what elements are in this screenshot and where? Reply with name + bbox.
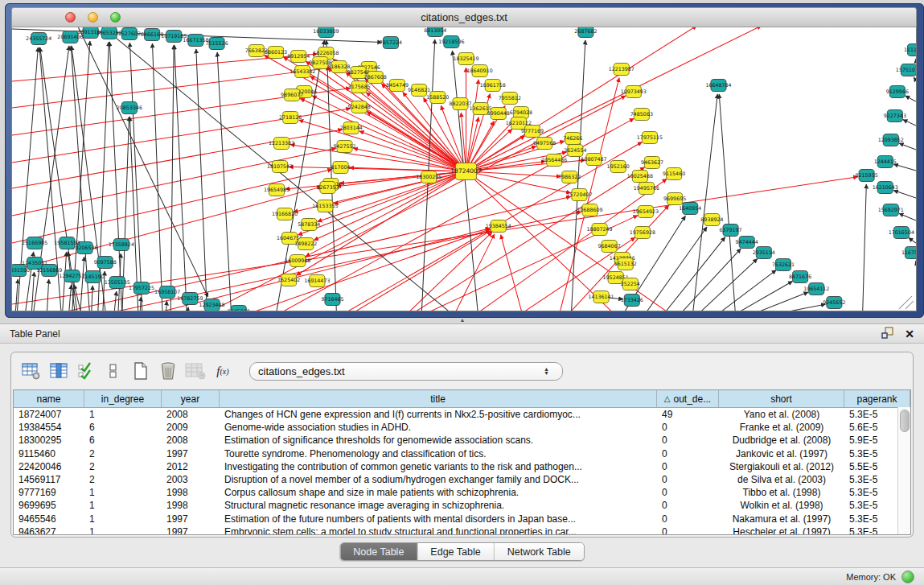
column-header-in-degree[interactable]: in_degree (84, 390, 162, 407)
table-row[interactable]: 977716911998Corpus callosum shape and si… (14, 486, 910, 499)
cell-title[interactable]: Corpus callosum shape and size in male p… (220, 486, 657, 499)
cell-short[interactable]: Hescheler et al. (1997) (719, 525, 844, 535)
table-vertical-scrollbar[interactable] (897, 407, 910, 534)
cell-year[interactable]: 1997 (162, 447, 220, 460)
cell-out-degree[interactable]: 0 (657, 499, 719, 512)
cell-title[interactable]: Disruption of a novel member of a sodium… (220, 473, 657, 486)
table-row[interactable]: 969969511998Structural magnetic resonanc… (14, 499, 910, 512)
graph-edge[interactable] (326, 40, 337, 311)
graph-edge[interactable] (129, 117, 138, 311)
cell-out-degree[interactable]: 0 (657, 513, 719, 525)
network-window-titlebar[interactable]: citations_edges.txt (11, 7, 917, 27)
cell-out-degree[interactable]: 0 (657, 486, 719, 499)
cell-year[interactable]: 2009 (162, 421, 220, 434)
cell-in-degree[interactable]: 2 (84, 460, 162, 473)
cell-short[interactable]: de Silva et al. (2003) (719, 473, 844, 486)
table-settings-icon[interactable] (19, 360, 43, 382)
cell-in-degree[interactable]: 1 (84, 408, 162, 421)
graph-edge[interactable] (350, 167, 458, 171)
cell-short[interactable]: Tibbo et al. (1998) (719, 486, 844, 499)
graph-edge[interactable] (12, 187, 322, 270)
graph-edge[interactable] (468, 117, 478, 164)
cell-out-degree[interactable]: 0 (657, 473, 719, 486)
close-window-button[interactable] (65, 12, 76, 23)
cell-name[interactable]: 9777169 (14, 486, 84, 499)
graph-edge[interactable] (78, 27, 208, 297)
cell-out-degree[interactable]: 0 (657, 460, 719, 473)
cell-short[interactable]: Yano et al. (2008) (719, 408, 844, 421)
graph-edge[interactable] (474, 160, 585, 171)
float-panel-icon[interactable] (881, 327, 893, 341)
cell-name[interactable]: 9465546 (14, 513, 84, 525)
table-row[interactable]: 946554611997Estimation of the future num… (14, 513, 910, 525)
select-column-icon[interactable] (47, 360, 71, 382)
cell-year[interactable]: 1998 (162, 486, 220, 499)
cell-in-degree[interactable]: 6 (84, 434, 162, 447)
cell-title[interactable]: Embryonic stem cells: a model to study s… (220, 525, 657, 535)
canvas-resize-grip[interactable] (906, 301, 914, 309)
cell-in-degree[interactable]: 2 (84, 473, 162, 486)
cell-out-degree[interactable]: 0 (657, 434, 719, 447)
cell-year[interactable]: 1998 (162, 499, 220, 512)
scrollbar-thumb[interactable] (900, 410, 910, 432)
cell-title[interactable]: Estimation of the future numbers of pati… (220, 513, 657, 525)
cell-in-degree[interactable]: 1 (84, 499, 162, 512)
graph-edge[interactable] (312, 96, 458, 168)
table-row[interactable]: 1830029562008Estimation of significance … (14, 434, 910, 447)
new-document-icon[interactable] (129, 360, 153, 382)
graph-edge[interactable] (719, 94, 735, 311)
table-selector-dropdown[interactable]: citations_edges.txt ▲▼ (249, 362, 563, 381)
graph-edge[interactable] (49, 196, 570, 311)
graph-edge[interactable] (300, 98, 458, 168)
network-canvas[interactable]: 1872400718300295193845542435572420691406… (11, 27, 917, 311)
cell-out-degree[interactable]: 0 (657, 447, 719, 460)
cell-out-degree[interactable]: 49 (657, 408, 719, 421)
graph-edge[interactable] (909, 237, 916, 243)
graph-edge[interactable] (98, 42, 109, 311)
graph-edge[interactable] (906, 96, 916, 101)
cell-in-degree[interactable]: 1 (84, 486, 162, 499)
graph-edge[interactable] (175, 45, 187, 311)
cell-short[interactable]: Dudbridge et al. (2008) (719, 434, 844, 447)
cell-year[interactable]: 2012 (162, 460, 220, 473)
cell-title[interactable]: Structural magnetic resonance image aver… (220, 499, 657, 512)
graph-edge[interactable] (768, 304, 826, 311)
graph-edge[interactable] (914, 77, 916, 80)
cell-title[interactable]: Estimation of significance thresholds fo… (220, 434, 657, 447)
select-rows-icon[interactable] (74, 360, 98, 382)
tab-node-table[interactable]: Node Table (340, 543, 417, 560)
minimize-window-button[interactable] (88, 12, 98, 23)
cell-name[interactable]: 18300295 (14, 434, 84, 447)
graph-edge[interactable] (140, 297, 141, 311)
graph-edge[interactable] (80, 257, 84, 311)
table-row[interactable]: 911546021997Tourette syndrome. Phenomeno… (14, 447, 910, 460)
cell-title[interactable]: Tourette syndrome. Phenomenology and cla… (220, 447, 657, 460)
import-table-icon[interactable] (183, 360, 207, 382)
graph-edge[interactable] (716, 270, 776, 311)
cell-name[interactable]: 22420046 (14, 460, 84, 473)
graph-edge[interactable] (92, 286, 93, 311)
close-panel-icon[interactable]: ✕ (905, 328, 914, 340)
graph-edge[interactable] (31, 272, 34, 311)
graph-edge[interactable] (467, 80, 478, 163)
column-header-year[interactable]: year (162, 390, 220, 407)
cell-name[interactable]: 18724007 (14, 408, 84, 421)
table-row[interactable]: 2242004622012Investigating the contribut… (14, 460, 910, 473)
cell-in-degree[interactable]: 6 (84, 421, 162, 434)
graph-edge[interactable] (903, 120, 916, 126)
zoom-window-button[interactable] (110, 12, 121, 23)
graph-edge[interactable] (166, 301, 166, 311)
cell-name[interactable]: 9699695 (14, 499, 84, 512)
cell-in-degree[interactable]: 1 (84, 513, 162, 525)
graph-edge[interactable] (452, 51, 478, 311)
graph-edge[interactable] (893, 164, 916, 171)
tab-edge-table[interactable]: Edge Table (417, 543, 494, 560)
cell-year[interactable]: 2008 (162, 408, 220, 421)
cell-in-degree[interactable]: 1 (84, 525, 162, 535)
cell-title[interactable]: Changes of HCN gene expression and I(f) … (220, 408, 657, 421)
graph-edge[interactable] (893, 191, 916, 198)
graph-edge[interactable] (47, 279, 48, 311)
cell-name[interactable]: 19384554 (14, 421, 84, 434)
cell-name[interactable]: 14569117 (14, 473, 84, 486)
delete-icon[interactable] (156, 360, 180, 382)
